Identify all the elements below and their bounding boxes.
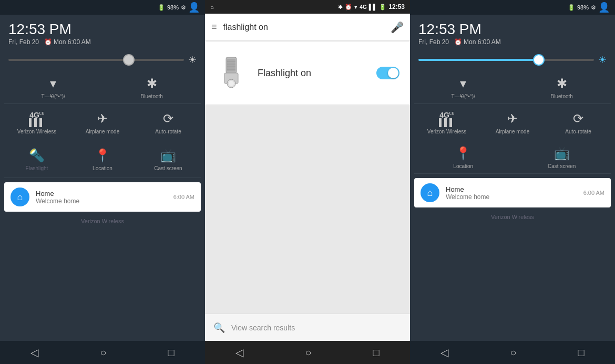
left-quick-row3: 🔦 Flashlight 📍 Location 📺 Cast screen bbox=[0, 141, 205, 178]
center-gray-area bbox=[205, 105, 410, 314]
home-indicator-icon: ⌂ bbox=[210, 4, 214, 10]
left-date-row: Fri, Feb 20 ⏰ Mon 6:00 AM bbox=[8, 38, 197, 46]
right-wifi-label: T—¥/(°•°)/ bbox=[452, 93, 475, 99]
right-recents-button[interactable]: □ bbox=[578, 347, 584, 359]
left-verizon-label: Verizon Wireless bbox=[17, 129, 56, 134]
bluetooth-status-icon: ✱ bbox=[338, 4, 343, 11]
left-location-item[interactable]: 📍 Location bbox=[70, 143, 135, 175]
svg-point-8 bbox=[229, 81, 234, 86]
center-search-bar[interactable]: ≡ flashlight on 🎤 bbox=[205, 14, 410, 41]
left-notif-content: Home Welcome home bbox=[36, 190, 167, 205]
search-icon-small: 🔍 bbox=[213, 322, 225, 334]
autorotate-icon: ⟳ bbox=[163, 111, 173, 126]
right-status-icons: 🔋 98% ⚙ 👤 bbox=[568, 2, 610, 13]
right-back-button[interactable]: ◁ bbox=[440, 346, 448, 359]
right-airplane-icon: ✈ bbox=[507, 111, 518, 126]
right-autorotate-label: Auto-rotate bbox=[565, 129, 591, 134]
brightness-icon: ☀ bbox=[188, 54, 197, 66]
right-datetime: 12:53 PM Fri, Feb 20 ⏰ Mon 6:00 AM bbox=[410, 15, 615, 51]
right-verizon-icon: 4GLE ▌▌▌ bbox=[439, 111, 455, 126]
right-cast-item[interactable]: 📺 Cast screen bbox=[513, 141, 611, 173]
location-pin-icon: 📍 bbox=[95, 148, 110, 163]
left-verizon-item[interactable]: 4GLE ▌▌▌ Verizon Wireless bbox=[4, 106, 69, 139]
battery-percent: 98% bbox=[167, 4, 179, 11]
right-autorotate-item[interactable]: ⟳ Auto-rotate bbox=[546, 106, 611, 139]
flashlight-on-label: Flashlight on bbox=[258, 68, 366, 79]
left-datetime: 12:53 PM Fri, Feb 20 ⏰ Mon 6:00 AM bbox=[0, 15, 205, 51]
right-notif-avatar: ⌂ bbox=[421, 183, 439, 202]
right-airplane-item[interactable]: ✈ Airplane mode bbox=[480, 106, 545, 139]
center-back-button[interactable]: ◁ bbox=[235, 346, 243, 359]
right-quick-row1: ▾ T—¥/(°•°)/ ✱ Bluetooth bbox=[410, 71, 615, 103]
right-brightness-slider[interactable] bbox=[418, 59, 594, 61]
view-search-text[interactable]: View search results bbox=[231, 324, 295, 332]
right-date: Fri, Feb 20 bbox=[418, 38, 449, 46]
right-quick-row2: 4GLE ▌▌▌ Verizon Wireless ✈ Airplane mod… bbox=[410, 104, 615, 141]
settings-gear-icon[interactable]: ⚙ bbox=[181, 4, 186, 11]
right-wifi-item[interactable]: ▾ T—¥/(°•°)/ bbox=[414, 71, 512, 103]
verizon-icon: 4GLE ▌▌▌ bbox=[29, 111, 45, 126]
left-brightness-slider[interactable] bbox=[8, 59, 184, 61]
right-bluetooth-icon: ✱ bbox=[557, 76, 567, 91]
left-cast-label: Cast screen bbox=[154, 165, 182, 171]
left-notif-subtitle: Welcome home bbox=[36, 197, 167, 205]
left-wifi-item[interactable]: ▾ T—¥/(°•°)/ bbox=[4, 71, 102, 103]
left-bluetooth-item[interactable]: ✱ Bluetooth bbox=[103, 71, 201, 103]
left-back-button[interactable]: ◁ bbox=[30, 346, 38, 359]
left-home-button[interactable]: ○ bbox=[100, 347, 106, 359]
left-brightness-thumb[interactable] bbox=[123, 54, 135, 66]
left-divider2 bbox=[4, 178, 201, 178]
search-text[interactable]: flashlight on bbox=[223, 23, 384, 32]
left-autorotate-item[interactable]: ⟳ Auto-rotate bbox=[136, 106, 201, 139]
cast-icon: 📺 bbox=[160, 148, 176, 163]
right-notif-title: Home bbox=[446, 185, 577, 193]
right-cast-icon: 📺 bbox=[554, 146, 570, 161]
hamburger-icon[interactable]: ≡ bbox=[211, 22, 217, 33]
right-home-button[interactable]: ○ bbox=[510, 347, 516, 359]
flashlight-result-card: Flashlight on bbox=[205, 41, 410, 105]
right-location-item[interactable]: 📍 Location bbox=[414, 141, 512, 173]
right-brightness-row[interactable]: ☀ bbox=[410, 51, 615, 71]
center-recents-button[interactable]: □ bbox=[373, 347, 379, 359]
right-brightness-thumb[interactable] bbox=[533, 54, 545, 66]
right-notif-content: Home Welcome home bbox=[446, 185, 577, 201]
wifi-status-icon: ▾ bbox=[354, 4, 357, 11]
left-wifi-label: T—¥/(°•°)/ bbox=[42, 93, 65, 99]
right-airplane-label: Airplane mode bbox=[496, 129, 529, 134]
left-airplane-item[interactable]: ✈ Airplane mode bbox=[70, 106, 135, 139]
left-notif-avatar: ⌂ bbox=[11, 188, 29, 206]
right-battery-percent: 98% bbox=[577, 4, 589, 11]
right-date-row: Fri, Feb 20 ⏰ Mon 6:00 AM bbox=[418, 38, 607, 46]
right-carrier: Verizon Wireless bbox=[410, 212, 615, 222]
left-flashlight-label: Flashlight bbox=[26, 165, 48, 171]
left-time: 12:53 PM bbox=[8, 22, 197, 37]
battery-icon: 🔋 bbox=[158, 4, 165, 11]
left-date: Fri, Feb 20 bbox=[8, 38, 39, 46]
right-verizon-item[interactable]: 4GLE ▌▌▌ Verizon Wireless bbox=[414, 106, 479, 139]
alarm-status-icon: ⏰ bbox=[345, 4, 352, 11]
right-notification-card[interactable]: ⌂ Home Welcome home 6:00 AM bbox=[414, 178, 611, 207]
signal-status-icon: ▌▌ bbox=[369, 4, 377, 10]
left-status-icons: 🔋 98% ⚙ 👤 bbox=[158, 2, 200, 13]
mic-icon[interactable]: 🎤 bbox=[391, 21, 404, 34]
flashlight-toggle[interactable] bbox=[376, 67, 399, 79]
right-settings-gear-icon[interactable]: ⚙ bbox=[591, 4, 596, 11]
flashlight-image bbox=[216, 52, 247, 94]
left-brightness-row[interactable]: ☀ bbox=[0, 51, 205, 71]
right-notif-time: 6:00 AM bbox=[583, 190, 604, 196]
left-location-label: Location bbox=[93, 165, 112, 171]
left-notification-card[interactable]: ⌂ Home Welcome home 6:00 AM bbox=[4, 182, 201, 212]
right-bluetooth-item[interactable]: ✱ Bluetooth bbox=[513, 71, 611, 103]
left-cast-item[interactable]: 📺 Cast screen bbox=[136, 143, 201, 175]
center-home-button[interactable]: ○ bbox=[305, 347, 311, 359]
right-avatar-icon[interactable]: 👤 bbox=[598, 2, 610, 13]
view-search-row[interactable]: 🔍 View search results bbox=[205, 314, 410, 341]
left-flashlight-item[interactable]: 🔦 Flashlight bbox=[4, 143, 69, 175]
right-bluetooth-label: Bluetooth bbox=[551, 93, 573, 99]
right-wifi-icon: ▾ bbox=[460, 76, 466, 91]
left-notif-title: Home bbox=[36, 190, 167, 197]
avatar-icon[interactable]: 👤 bbox=[188, 2, 200, 13]
center-panel: ⌂ ✱ ⏰ ▾ 4G ▌▌ 🔋 12:53 ≡ flashlight on 🎤 bbox=[205, 0, 410, 364]
left-recents-button[interactable]: □ bbox=[168, 347, 174, 359]
right-battery-icon: 🔋 bbox=[568, 4, 575, 11]
